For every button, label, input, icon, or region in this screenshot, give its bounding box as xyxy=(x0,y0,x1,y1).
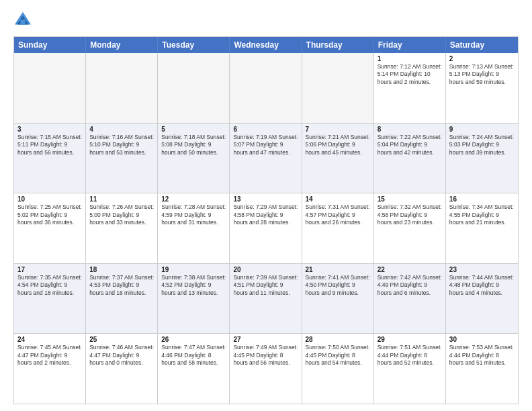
day-info: Sunrise: 7:50 AM Sunset: 4:45 PM Dayligh… xyxy=(306,344,370,367)
day-number: 14 xyxy=(306,195,370,203)
day-info: Sunrise: 7:12 AM Sunset: 5:14 PM Dayligh… xyxy=(378,63,442,86)
day-number: 13 xyxy=(233,195,298,203)
calendar-cell-r4c6: 30Sunrise: 7:53 AM Sunset: 4:44 PM Dayli… xyxy=(446,334,518,404)
day-info: Sunrise: 7:28 AM Sunset: 4:59 PM Dayligh… xyxy=(161,203,226,226)
calendar-cell-r0c2 xyxy=(158,53,230,123)
day-info: Sunrise: 7:18 AM Sunset: 5:08 PM Dayligh… xyxy=(161,134,226,156)
day-info: Sunrise: 7:49 AM Sunset: 4:45 PM Dayligh… xyxy=(233,344,298,367)
calendar-cell-r0c6: 2Sunrise: 7:13 AM Sunset: 5:13 PM Daylig… xyxy=(446,53,518,123)
day-number: 19 xyxy=(161,266,226,273)
calendar-row-3: 17Sunrise: 7:35 AM Sunset: 4:54 PM Dayli… xyxy=(14,264,518,334)
header-day-friday: Friday xyxy=(374,37,446,53)
day-number: 17 xyxy=(17,266,82,273)
header-day-saturday: Saturday xyxy=(446,37,518,53)
calendar-cell-r4c5: 29Sunrise: 7:51 AM Sunset: 4:44 PM Dayli… xyxy=(374,334,446,404)
header-day-monday: Monday xyxy=(86,37,158,53)
day-number: 24 xyxy=(17,336,82,343)
day-info: Sunrise: 7:39 AM Sunset: 4:51 PM Dayligh… xyxy=(233,274,298,297)
day-info: Sunrise: 7:35 AM Sunset: 4:54 PM Dayligh… xyxy=(17,274,82,297)
day-info: Sunrise: 7:51 AM Sunset: 4:44 PM Dayligh… xyxy=(378,344,442,367)
header-day-wednesday: Wednesday xyxy=(230,37,302,53)
logo xyxy=(13,11,35,30)
calendar-cell-r1c3: 6Sunrise: 7:19 AM Sunset: 5:07 PM Daylig… xyxy=(230,124,302,193)
calendar-cell-r1c5: 8Sunrise: 7:22 AM Sunset: 5:04 PM Daylig… xyxy=(374,124,446,193)
calendar-row-1: 3Sunrise: 7:15 AM Sunset: 5:11 PM Daylig… xyxy=(14,124,518,194)
calendar-cell-r1c0: 3Sunrise: 7:15 AM Sunset: 5:11 PM Daylig… xyxy=(14,124,86,193)
calendar-cell-r3c6: 23Sunrise: 7:44 AM Sunset: 4:48 PM Dayli… xyxy=(446,264,518,334)
calendar-cell-r3c3: 20Sunrise: 7:39 AM Sunset: 4:51 PM Dayli… xyxy=(230,264,302,334)
header-day-tuesday: Tuesday xyxy=(158,37,230,53)
calendar-cell-r2c6: 16Sunrise: 7:34 AM Sunset: 4:55 PM Dayli… xyxy=(446,193,518,263)
day-number: 7 xyxy=(306,126,370,133)
calendar-cell-r3c4: 21Sunrise: 7:41 AM Sunset: 4:50 PM Dayli… xyxy=(302,264,374,334)
calendar-cell-r2c1: 11Sunrise: 7:26 AM Sunset: 5:00 PM Dayli… xyxy=(86,193,158,263)
calendar-cell-r0c4 xyxy=(302,53,374,123)
logo-icon xyxy=(13,11,32,30)
calendar-cell-r1c6: 9Sunrise: 7:24 AM Sunset: 5:03 PM Daylig… xyxy=(446,124,518,193)
calendar-cell-r1c1: 4Sunrise: 7:16 AM Sunset: 5:10 PM Daylig… xyxy=(86,124,158,193)
header xyxy=(13,11,519,30)
calendar-row-2: 10Sunrise: 7:25 AM Sunset: 5:02 PM Dayli… xyxy=(14,193,518,264)
day-number: 26 xyxy=(161,336,226,343)
day-info: Sunrise: 7:31 AM Sunset: 4:57 PM Dayligh… xyxy=(306,203,370,226)
day-info: Sunrise: 7:46 AM Sunset: 4:47 PM Dayligh… xyxy=(89,344,154,367)
day-info: Sunrise: 7:37 AM Sunset: 4:53 PM Dayligh… xyxy=(89,274,154,297)
calendar-cell-r4c3: 27Sunrise: 7:49 AM Sunset: 4:45 PM Dayli… xyxy=(230,334,302,404)
day-number: 23 xyxy=(449,266,515,273)
day-number: 5 xyxy=(161,126,226,133)
day-number: 20 xyxy=(233,266,298,273)
day-number: 16 xyxy=(449,195,515,203)
day-number: 21 xyxy=(306,266,370,273)
day-number: 10 xyxy=(17,195,82,203)
calendar-cell-r4c2: 26Sunrise: 7:47 AM Sunset: 4:46 PM Dayli… xyxy=(158,334,230,404)
day-info: Sunrise: 7:38 AM Sunset: 4:52 PM Dayligh… xyxy=(161,274,226,297)
day-number: 8 xyxy=(378,126,442,133)
day-info: Sunrise: 7:42 AM Sunset: 4:49 PM Dayligh… xyxy=(378,274,442,297)
calendar-cell-r0c1 xyxy=(86,53,158,123)
calendar-cell-r4c0: 24Sunrise: 7:45 AM Sunset: 4:47 PM Dayli… xyxy=(14,334,86,404)
day-number: 30 xyxy=(449,336,515,343)
day-number: 15 xyxy=(378,195,442,203)
calendar-row-0: 1Sunrise: 7:12 AM Sunset: 5:14 PM Daylig… xyxy=(14,53,518,124)
calendar-cell-r3c2: 19Sunrise: 7:38 AM Sunset: 4:52 PM Dayli… xyxy=(158,264,230,334)
day-info: Sunrise: 7:41 AM Sunset: 4:50 PM Dayligh… xyxy=(306,274,370,297)
calendar-cell-r2c0: 10Sunrise: 7:25 AM Sunset: 5:02 PM Dayli… xyxy=(14,193,86,263)
day-number: 18 xyxy=(89,266,154,273)
header-day-sunday: Sunday xyxy=(14,37,86,53)
day-info: Sunrise: 7:44 AM Sunset: 4:48 PM Dayligh… xyxy=(449,274,515,297)
day-number: 6 xyxy=(233,126,298,133)
day-info: Sunrise: 7:13 AM Sunset: 5:13 PM Dayligh… xyxy=(449,63,515,86)
calendar-cell-r2c3: 13Sunrise: 7:29 AM Sunset: 4:58 PM Dayli… xyxy=(230,193,302,263)
day-number: 28 xyxy=(306,336,370,343)
day-number: 4 xyxy=(89,126,154,133)
day-number: 12 xyxy=(161,195,226,203)
calendar-header: SundayMondayTuesdayWednesdayThursdayFrid… xyxy=(14,37,518,53)
day-number: 11 xyxy=(89,195,154,203)
header-day-thursday: Thursday xyxy=(302,37,374,53)
calendar-cell-r4c4: 28Sunrise: 7:50 AM Sunset: 4:45 PM Dayli… xyxy=(302,334,374,404)
calendar-cell-r4c1: 25Sunrise: 7:46 AM Sunset: 4:47 PM Dayli… xyxy=(86,334,158,404)
day-info: Sunrise: 7:25 AM Sunset: 5:02 PM Dayligh… xyxy=(17,203,82,226)
day-info: Sunrise: 7:32 AM Sunset: 4:56 PM Dayligh… xyxy=(378,203,442,226)
calendar-cell-r2c2: 12Sunrise: 7:28 AM Sunset: 4:59 PM Dayli… xyxy=(158,193,230,263)
calendar-cell-r1c4: 7Sunrise: 7:21 AM Sunset: 5:06 PM Daylig… xyxy=(302,124,374,193)
day-info: Sunrise: 7:16 AM Sunset: 5:10 PM Dayligh… xyxy=(89,134,154,156)
calendar-cell-r2c5: 15Sunrise: 7:32 AM Sunset: 4:56 PM Dayli… xyxy=(374,193,446,263)
day-info: Sunrise: 7:47 AM Sunset: 4:46 PM Dayligh… xyxy=(161,344,226,367)
calendar-cell-r0c5: 1Sunrise: 7:12 AM Sunset: 5:14 PM Daylig… xyxy=(374,53,446,123)
day-info: Sunrise: 7:24 AM Sunset: 5:03 PM Dayligh… xyxy=(449,134,515,156)
day-number: 27 xyxy=(233,336,298,343)
day-number: 29 xyxy=(378,336,442,343)
day-info: Sunrise: 7:53 AM Sunset: 4:44 PM Dayligh… xyxy=(449,344,515,367)
calendar-row-4: 24Sunrise: 7:45 AM Sunset: 4:47 PM Dayli… xyxy=(14,334,518,404)
day-info: Sunrise: 7:21 AM Sunset: 5:06 PM Dayligh… xyxy=(306,134,370,156)
day-number: 3 xyxy=(17,126,82,133)
calendar-cell-r0c0 xyxy=(14,53,86,123)
day-number: 9 xyxy=(449,126,515,133)
calendar: SundayMondayTuesdayWednesdayThursdayFrid… xyxy=(13,36,519,404)
day-info: Sunrise: 7:45 AM Sunset: 4:47 PM Dayligh… xyxy=(17,344,82,367)
calendar-cell-r3c0: 17Sunrise: 7:35 AM Sunset: 4:54 PM Dayli… xyxy=(14,264,86,334)
day-number: 1 xyxy=(378,55,442,62)
day-info: Sunrise: 7:15 AM Sunset: 5:11 PM Dayligh… xyxy=(17,134,82,156)
calendar-cell-r1c2: 5Sunrise: 7:18 AM Sunset: 5:08 PM Daylig… xyxy=(158,124,230,193)
